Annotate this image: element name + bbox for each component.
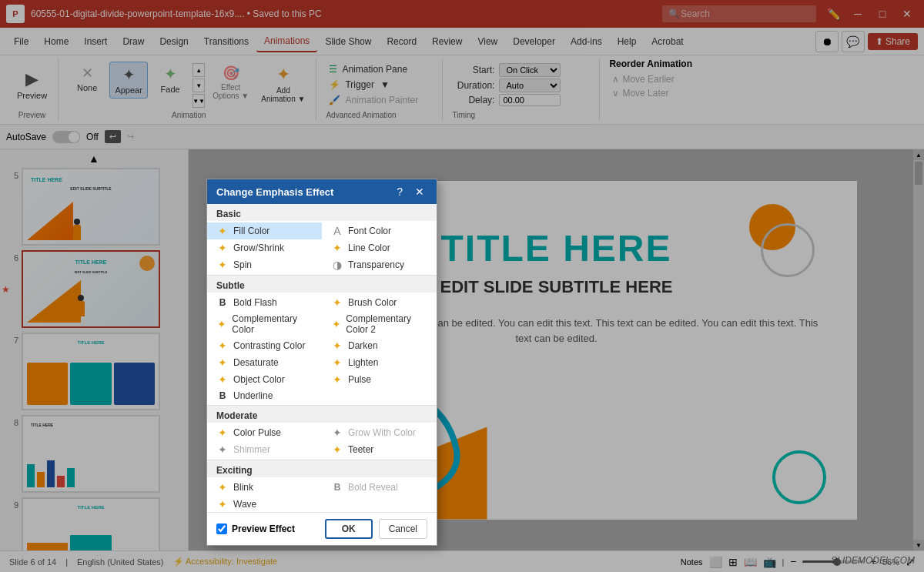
effect-pulse[interactable]: ✦ Pulse bbox=[322, 371, 437, 388]
object-color-icon: ✦ bbox=[216, 373, 229, 386]
spin-label: Spin bbox=[233, 259, 252, 270]
exciting-items: ✦ Blink B Bold Reveal ✦ Wave bbox=[207, 477, 437, 512]
modal-header: Change Emphasis Effect ? ✕ bbox=[207, 179, 437, 204]
effect-bold-reveal: B Bold Reveal bbox=[322, 479, 437, 496]
bold-flash-label: Bold Flash bbox=[233, 297, 277, 308]
effect-empty2 bbox=[322, 496, 437, 512]
modal-close-button[interactable]: ✕ bbox=[412, 186, 427, 198]
effect-complementary-color2[interactable]: ✦ Complementary Color 2 bbox=[322, 311, 437, 337]
bold-flash-icon: B bbox=[216, 297, 229, 308]
shimmer-label: Shimmer bbox=[233, 444, 270, 455]
modal-title: Change Emphasis Effect bbox=[216, 186, 333, 198]
complementary-color2-label: Complementary Color 2 bbox=[346, 313, 427, 335]
effect-spin[interactable]: ✦ Spin bbox=[207, 256, 322, 273]
brush-color-icon: ✦ bbox=[331, 296, 343, 309]
basic-items: ✦ Fill Color A Font Color ✦ Grow/Shrink … bbox=[207, 221, 437, 275]
grow-shrink-icon: ✦ bbox=[216, 242, 229, 254]
line-color-label: Line Color bbox=[348, 243, 390, 253]
category-subtle: Subtle bbox=[207, 275, 437, 293]
modal-header-controls: ? ✕ bbox=[393, 186, 427, 198]
complementary-color-label: Complementary Color bbox=[232, 313, 313, 335]
bold-reveal-icon: B bbox=[331, 482, 343, 493]
transparency-label: Transparency bbox=[348, 259, 404, 270]
contrasting-color-label: Contrasting Color bbox=[233, 340, 305, 351]
underline-label: Underline bbox=[233, 390, 273, 401]
brush-color-label: Brush Color bbox=[348, 297, 397, 308]
ok-button[interactable]: OK bbox=[325, 519, 373, 539]
effect-color-pulse[interactable]: ✦ Color Pulse bbox=[207, 424, 322, 441]
grow-with-color-label: Grow With Color bbox=[348, 427, 416, 438]
complementary-color-icon: ✦ bbox=[216, 318, 227, 330]
darken-icon: ✦ bbox=[331, 340, 343, 352]
effect-wave[interactable]: ✦ Wave bbox=[207, 496, 322, 512]
effect-grow-shrink[interactable]: ✦ Grow/Shrink bbox=[207, 239, 322, 256]
contrasting-color-icon: ✦ bbox=[216, 340, 229, 352]
modal-body: Basic ✦ Fill Color A Font Color ✦ Grow/S… bbox=[207, 204, 437, 512]
effect-darken[interactable]: ✦ Darken bbox=[322, 337, 437, 354]
desaturate-icon: ✦ bbox=[216, 356, 229, 369]
blink-icon: ✦ bbox=[216, 481, 229, 493]
moderate-items: ✦ Color Pulse ✦ Grow With Color ✦ Shimme… bbox=[207, 423, 437, 460]
effect-font-color[interactable]: A Font Color bbox=[322, 222, 437, 239]
effect-underline[interactable]: B Underline bbox=[207, 388, 322, 403]
category-basic: Basic bbox=[207, 204, 437, 221]
fill-color-icon: ✦ bbox=[216, 225, 229, 237]
modal-overlay: Change Emphasis Effect ? ✕ Basic ✦ Fill … bbox=[0, 0, 924, 572]
lighten-label: Lighten bbox=[348, 357, 378, 368]
effect-contrasting-color[interactable]: ✦ Contrasting Color bbox=[207, 337, 322, 354]
underline-icon: B bbox=[216, 390, 229, 401]
object-color-label: Object Color bbox=[233, 374, 285, 385]
blink-label: Blink bbox=[233, 482, 253, 493]
preview-effect-check[interactable]: Preview Effect bbox=[216, 523, 325, 534]
pulse-icon: ✦ bbox=[331, 373, 343, 386]
darken-label: Darken bbox=[348, 340, 378, 351]
line-color-icon: ✦ bbox=[331, 242, 343, 254]
font-color-label: Font Color bbox=[348, 226, 391, 236]
transparency-icon: ◑ bbox=[331, 259, 343, 271]
effect-bold-flash[interactable]: B Bold Flash bbox=[207, 294, 322, 311]
preview-checkbox[interactable] bbox=[216, 523, 227, 534]
pulse-label: Pulse bbox=[348, 374, 371, 385]
complementary-color2-icon: ✦ bbox=[331, 318, 341, 330]
grow-shrink-label: Grow/Shrink bbox=[233, 243, 284, 253]
teeter-icon: ✦ bbox=[331, 443, 343, 456]
teeter-label: Teeter bbox=[348, 444, 373, 455]
shimmer-icon: ✦ bbox=[216, 443, 229, 456]
color-pulse-icon: ✦ bbox=[216, 426, 229, 439]
effect-complementary-color[interactable]: ✦ Complementary Color bbox=[207, 311, 322, 337]
spin-icon: ✦ bbox=[216, 259, 229, 271]
fill-color-label: Fill Color bbox=[233, 226, 270, 236]
effect-empty bbox=[322, 388, 437, 403]
subtle-items: B Bold Flash ✦ Brush Color ✦ Complementa… bbox=[207, 293, 437, 405]
lighten-icon: ✦ bbox=[331, 356, 343, 369]
effect-lighten[interactable]: ✦ Lighten bbox=[322, 354, 437, 371]
wave-label: Wave bbox=[233, 499, 256, 510]
category-moderate: Moderate bbox=[207, 405, 437, 423]
desaturate-label: Desaturate bbox=[233, 357, 279, 368]
change-emphasis-modal: Change Emphasis Effect ? ✕ Basic ✦ Fill … bbox=[206, 179, 437, 546]
preview-effect-label: Preview Effect bbox=[232, 523, 295, 534]
grow-with-color-icon: ✦ bbox=[331, 426, 343, 439]
effect-grow-with-color: ✦ Grow With Color bbox=[322, 424, 437, 441]
effect-transparency[interactable]: ◑ Transparency bbox=[322, 256, 437, 273]
effect-line-color[interactable]: ✦ Line Color bbox=[322, 239, 437, 256]
effect-brush-color[interactable]: ✦ Brush Color bbox=[322, 294, 437, 311]
effect-object-color[interactable]: ✦ Object Color bbox=[207, 371, 322, 388]
modal-footer: Preview Effect OK Cancel bbox=[207, 512, 437, 545]
effect-desaturate[interactable]: ✦ Desaturate bbox=[207, 354, 322, 371]
effect-blink[interactable]: ✦ Blink bbox=[207, 479, 322, 496]
effect-fill-color[interactable]: ✦ Fill Color bbox=[207, 222, 322, 239]
wave-icon: ✦ bbox=[216, 498, 229, 510]
category-exciting: Exciting bbox=[207, 460, 437, 477]
font-color-icon: A bbox=[331, 225, 343, 237]
bold-reveal-label: Bold Reveal bbox=[348, 482, 398, 493]
modal-footer-buttons: OK Cancel bbox=[325, 519, 427, 539]
modal-help-button[interactable]: ? bbox=[393, 186, 406, 198]
effect-shimmer: ✦ Shimmer bbox=[207, 441, 322, 458]
cancel-button[interactable]: Cancel bbox=[379, 519, 427, 539]
color-pulse-label: Color Pulse bbox=[233, 427, 281, 438]
effect-teeter[interactable]: ✦ Teeter bbox=[322, 441, 437, 458]
